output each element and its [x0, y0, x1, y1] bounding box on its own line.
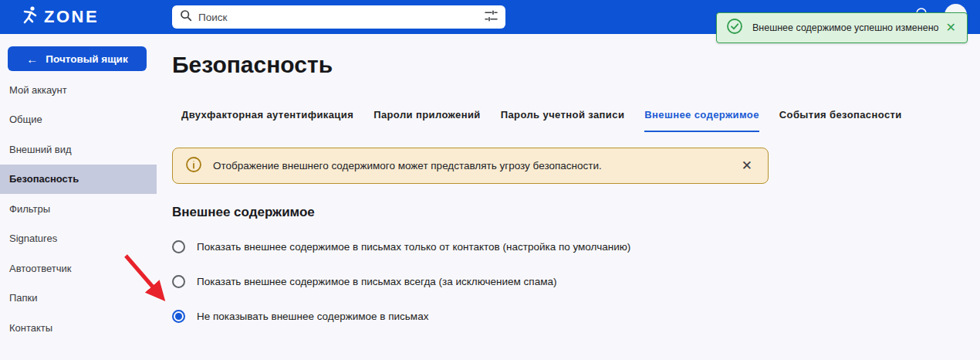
back-to-mailbox-button[interactable]: ← Почтовый ящик — [8, 46, 147, 71]
tab-external-content[interactable]: Внешнее содержимое — [644, 109, 759, 132]
radio-label: Не показывать внешнее содержимое в письм… — [197, 311, 428, 322]
radio-label: Показать внешнее содержимое в письмах вс… — [197, 276, 556, 287]
page-title: Безопасность — [172, 51, 980, 79]
radio-button-icon[interactable] — [172, 275, 185, 288]
search-box[interactable] — [172, 5, 505, 29]
sidebar-item-general[interactable]: Общие — [0, 105, 157, 135]
sidebar-item-contacts[interactable]: Контакты — [0, 313, 157, 343]
radio-button-icon[interactable] — [172, 310, 185, 323]
sidebar-item-filters[interactable]: Фильтры — [0, 194, 157, 224]
back-button-label: Почтовый ящик — [46, 53, 127, 65]
main-content: Безопасность Двухфакторная аутентификаци… — [172, 34, 980, 345]
sidebar-item-folders[interactable]: Папки — [0, 284, 157, 314]
success-toast: Внешнее содержимое успешно изменено ✕ — [716, 12, 968, 43]
sidebar-item-security[interactable]: Безопасность — [0, 165, 157, 195]
sidebar-item-signatures[interactable]: Signatures — [0, 224, 157, 254]
toast-close-icon[interactable]: ✕ — [945, 20, 958, 36]
security-tabs: Двухфакторная аутентификация Пароли прил… — [181, 109, 980, 132]
warning-text: Отображение внешнего содержимого может п… — [213, 160, 728, 172]
radio-button-icon[interactable] — [172, 240, 185, 253]
success-check-icon — [726, 18, 743, 38]
toast-message: Внешнее содержимое успешно изменено — [752, 22, 945, 33]
back-arrow-icon: ← — [26, 53, 38, 66]
logo-wordmark: zone — [44, 7, 99, 27]
radio-never-show[interactable]: Не показывать внешнее содержимое в письм… — [172, 310, 980, 323]
tab-two-factor-auth[interactable]: Двухфакторная аутентификация — [181, 109, 353, 132]
sidebar-item-appearance[interactable]: Внешний вид — [0, 134, 157, 165]
app-logo[interactable]: zone — [22, 5, 99, 29]
search-filters-icon[interactable] — [485, 9, 498, 25]
banner-close-icon[interactable]: ✕ — [738, 158, 755, 174]
info-icon — [185, 156, 202, 176]
sidebar-item-autoresponder[interactable]: Автоответчик — [0, 253, 157, 284]
settings-sidebar: ← Почтовый ящик Мой аккаунт Общие Внешни… — [0, 34, 157, 343]
sidebar-item-my-account[interactable]: Мой аккаунт — [0, 75, 157, 105]
runner-icon — [22, 5, 39, 29]
sidebar-menu: Мой аккаунт Общие Внешний вид Безопаснос… — [0, 75, 157, 343]
search-input[interactable] — [198, 12, 485, 23]
tab-security-events[interactable]: События безопасности — [779, 109, 902, 132]
radio-label: Показать внешнее содержимое в письмах то… — [197, 241, 630, 253]
security-warning-banner: Отображение внешнего содержимого может п… — [172, 148, 769, 184]
radio-show-always[interactable]: Показать внешнее содержимое в письмах вс… — [172, 275, 980, 288]
section-title: Внешнее содержимое — [172, 205, 980, 220]
radio-show-from-contacts[interactable]: Показать внешнее содержимое в письмах то… — [172, 240, 980, 253]
tab-app-passwords[interactable]: Пароли приложений — [373, 109, 481, 132]
external-content-options: Показать внешнее содержимое в письмах то… — [172, 240, 980, 323]
search-icon — [180, 9, 192, 25]
tab-account-password[interactable]: Пароль учетной записи — [501, 109, 625, 132]
